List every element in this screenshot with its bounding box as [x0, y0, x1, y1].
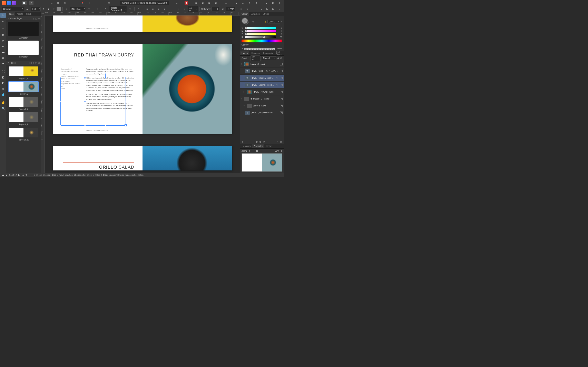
- black-slider[interactable]: [245, 36, 276, 38]
- boolean-int-icon[interactable]: ◑: [277, 1, 282, 5]
- align-left-text-icon[interactable]: ≡: [145, 7, 149, 11]
- delete-layer-icon[interactable]: 🗑: [280, 140, 282, 143]
- spread-2-3[interactable]: [8, 66, 39, 77]
- arrange-front-icon[interactable]: ▣: [193, 1, 199, 5]
- first-page-icon[interactable]: ⏮: [2, 174, 4, 176]
- align-justify-text-icon[interactable]: ≡: [162, 7, 167, 11]
- preview-mode-icon[interactable]: 👁: [106, 1, 112, 5]
- mask-icon[interactable]: ◐: [256, 140, 258, 143]
- persona-studio[interactable]: ✦: [29, 1, 34, 5]
- body-text-frame[interactable]: Roughly chop the coriander. Remove and d…: [86, 68, 134, 114]
- table-tool-icon[interactable]: ▦: [0, 32, 6, 38]
- layer-panel-menu-icon[interactable]: ≡: [283, 51, 284, 55]
- layer-row[interactable]: ▽ Layer 1 (Layer) ✓: [240, 61, 284, 68]
- next-page-icon[interactable]: ▶: [18, 174, 20, 176]
- font-size-dropdown[interactable]: 9 pt: [31, 7, 41, 11]
- typography-panel-icon[interactable]: fi: [245, 7, 250, 11]
- history-tab[interactable]: History: [264, 144, 274, 148]
- layer-row[interactable]: [IDML] (1 carrot, sliced ¶1 c ¶ ✓: [240, 82, 284, 89]
- update-parastyle-icon[interactable]: ↻: [128, 7, 132, 11]
- visibility-check[interactable]: ✓: [280, 105, 283, 107]
- para-style-icon[interactable]: ¶: [104, 7, 108, 11]
- section-manager-icon[interactable]: ▭: [223, 1, 229, 5]
- layer-row[interactable]: [IDML] (RED THAI PRAWN C ✓: [240, 68, 284, 75]
- master-a-thumb[interactable]: [8, 22, 39, 36]
- layer-row[interactable]: [IDML] (Simple cooks for ✓: [240, 109, 284, 116]
- transparency-tool-icon[interactable]: ◈: [0, 86, 6, 91]
- distribute2-icon[interactable]: ⊟: [265, 7, 270, 11]
- spread-next[interactable]: GRILLO SALAD: [53, 146, 232, 170]
- ruler-origin[interactable]: mm: [41, 12, 44, 16]
- boolean-sub-icon[interactable]: ◐: [270, 1, 276, 5]
- adjustment-icon[interactable]: ◑: [259, 140, 261, 143]
- pages-header[interactable]: ▼ Pages ▯▯ ▯ ▯▯ ⊞: [6, 61, 41, 65]
- text-overflow-handle[interactable]: [125, 124, 127, 126]
- fill-tool-icon[interactable]: ◐: [0, 80, 6, 86]
- colour-picker-tool-icon[interactable]: 💧: [0, 92, 6, 97]
- page-indicator[interactable]: 4,5 of 12: [9, 174, 17, 176]
- layer-collapse-icon[interactable]: ⊟: [280, 57, 282, 59]
- frame-opts-icon[interactable]: ▭: [239, 7, 244, 11]
- master-pages-header[interactable]: ▼ Master Pages ▯ ▯▯ ⊞: [6, 16, 41, 20]
- pin-inline-icon[interactable]: ▯: [86, 1, 92, 5]
- expand-icon[interactable]: ▽: [241, 63, 243, 65]
- opacity-slider[interactable]: [244, 48, 275, 50]
- picture-frame-tool-icon[interactable]: ⊠: [0, 55, 6, 60]
- fill-stroke-wells[interactable]: [242, 17, 250, 26]
- photo-icon[interactable]: [7, 1, 11, 5]
- columns-input[interactable]: [212, 7, 219, 11]
- expand-icon[interactable]: ▽: [243, 105, 246, 107]
- layers-list[interactable]: ▽ Layer 1 (Layer) ✓ [IDML] (RED THAI PRA…: [240, 61, 284, 139]
- vertical-ruler[interactable]: 0204060801001201401601802002202402602803…: [41, 16, 44, 173]
- zoom-in-icon[interactable]: ⊕: [281, 150, 282, 152]
- pen-tool-icon[interactable]: ✒: [0, 44, 6, 49]
- blend-mode-dropdown[interactable]: Normal: [262, 57, 276, 60]
- visibility-check[interactable]: ✓: [280, 91, 283, 93]
- expand-icon[interactable]: ▷: [243, 91, 246, 93]
- layers-tab[interactable]: Layers: [240, 51, 249, 55]
- fx-icon[interactable]: fx: [263, 140, 265, 143]
- align-right-icon[interactable]: ⧏: [253, 1, 259, 5]
- arrange-backward-icon[interactable]: ▣: [207, 1, 212, 5]
- spread-8-9[interactable]: [8, 112, 39, 123]
- rectangle-tool-icon[interactable]: ▬: [0, 49, 6, 55]
- gutter-icon[interactable]: ⊞: [220, 7, 225, 11]
- shape-tool-icon[interactable]: ●: [0, 61, 6, 66]
- stock-tab[interactable]: Stock: [25, 12, 33, 16]
- visibility-check[interactable]: ✓: [280, 63, 283, 66]
- layer-row[interactable]: ▽ Layer 1 (Layer) ✓: [240, 102, 284, 109]
- artistic-text-tool-icon[interactable]: A: [0, 38, 6, 43]
- tabstops-icon[interactable]: ⫞: [251, 7, 255, 11]
- italic-button[interactable]: I: [46, 7, 51, 11]
- spread-4-5[interactable]: [8, 81, 39, 92]
- zoom-out-icon[interactable]: ⊖: [249, 150, 250, 152]
- single-page-icon[interactable]: ▯: [33, 17, 34, 20]
- assets-tab[interactable]: Assets: [15, 12, 25, 16]
- update-charstyle-icon[interactable]: ↻: [86, 7, 91, 11]
- char-style-dropdown[interactable]: [No Style]: [70, 7, 86, 11]
- facing-pages-icon[interactable]: ▯▯: [35, 17, 37, 20]
- text-styles-tab[interactable]: Text Styles: [274, 51, 283, 55]
- ingredients-frame[interactable]: 1 carrot, sliced 1 small bunch coriander…: [61, 68, 83, 114]
- magenta-slider[interactable]: [245, 30, 276, 32]
- outdent-icon[interactable]: ⇤: [136, 7, 141, 11]
- spread-10-11[interactable]: [8, 127, 39, 138]
- canvas[interactable]: mm 4204003803603403203002802602402202001…: [41, 12, 240, 173]
- spectrum-picker[interactable]: [242, 40, 282, 42]
- clip-to-canvas-icon[interactable]: ▭: [49, 1, 54, 5]
- transform-tab[interactable]: Transform: [240, 144, 252, 148]
- distribute3-icon[interactable]: ⊟: [270, 7, 276, 11]
- spread-prev[interactable]: Simple cooks for taste and looks: [53, 16, 232, 32]
- prev-page-icon[interactable]: ◀: [6, 174, 7, 176]
- boolean-add-icon[interactable]: ●: [264, 1, 269, 5]
- visibility-check[interactable]: ✓: [280, 70, 283, 72]
- text-colour-swatch[interactable]: [57, 7, 61, 11]
- page-options-icon[interactable]: ⊞: [38, 62, 40, 64]
- last-page-icon[interactable]: ⏭: [22, 174, 24, 176]
- node-tool-icon[interactable]: ▹: [0, 18, 6, 24]
- font-list-icon[interactable]: ☰: [25, 7, 30, 11]
- layer-cog-icon[interactable]: ⚙: [277, 57, 279, 59]
- number-list-icon[interactable]: ⋮: [182, 7, 187, 11]
- pages-tab[interactable]: Pages: [6, 12, 15, 16]
- add-layer-icon[interactable]: ▫: [277, 140, 278, 143]
